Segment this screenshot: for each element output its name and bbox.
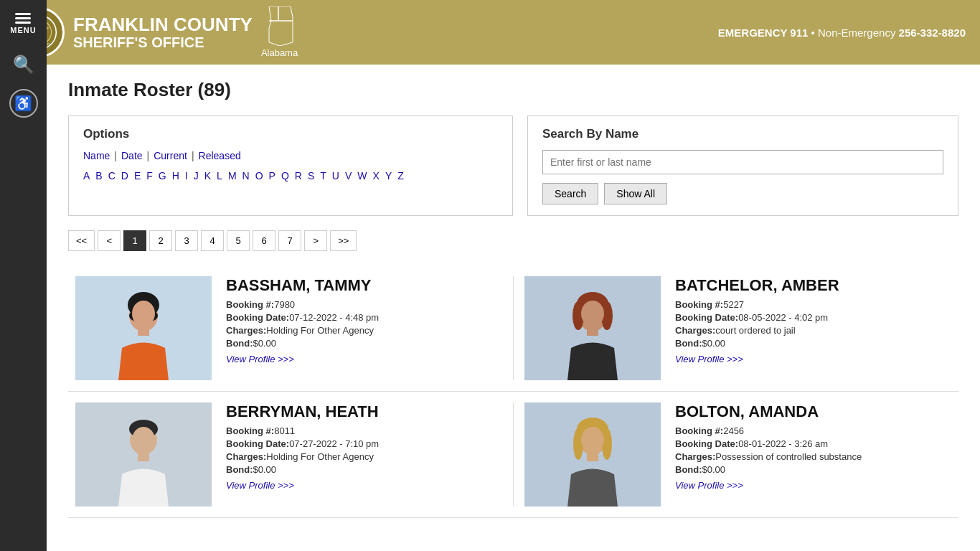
alpha-link-s[interactable]: S xyxy=(308,170,314,182)
alpha-link-w[interactable]: W xyxy=(357,170,367,182)
alpha-link-t[interactable]: T xyxy=(320,170,326,182)
booking-num: Booking #:7980 xyxy=(226,299,502,310)
search-by-name-box: Search By Name Search Show All xyxy=(527,116,958,216)
alpha-link-z[interactable]: Z xyxy=(397,170,404,182)
main-content: Inmate Roster (89) Options Name | Date |… xyxy=(47,65,980,532)
booking-date: Booking Date:08-01-2022 - 3:26 am xyxy=(675,438,951,449)
alpha-link-u[interactable]: U xyxy=(332,170,339,182)
opt-name-link[interactable]: Name xyxy=(83,150,110,161)
inmate-name: BOLTON, AMANDA xyxy=(675,402,951,421)
charges: Charges:court ordered to jail xyxy=(675,325,951,336)
alpha-link-o[interactable]: O xyxy=(255,170,263,182)
office-name-line2: SHERIFF'S OFFICE xyxy=(73,34,253,50)
view-profile-bassham[interactable]: View Profile >>> xyxy=(226,354,294,364)
alpha-link-c[interactable]: C xyxy=(108,170,116,182)
booking-num: Booking #:2456 xyxy=(675,425,951,436)
alpha-link-d[interactable]: D xyxy=(121,170,128,182)
svg-point-11 xyxy=(132,301,155,326)
svg-rect-24 xyxy=(138,451,149,461)
alpha-link-q[interactable]: Q xyxy=(281,170,289,182)
emergency-label: EMERGENCY 911 xyxy=(718,27,809,39)
search-heading: Search By Name xyxy=(542,127,943,141)
alpha-link-i[interactable]: I xyxy=(185,170,188,182)
page-4-button[interactable]: 4 xyxy=(201,230,224,251)
search-button[interactable]: Search xyxy=(542,183,598,204)
page-6-button[interactable]: 6 xyxy=(253,230,275,251)
alpha-link-r[interactable]: R xyxy=(295,170,302,182)
first-page-button[interactable]: << xyxy=(68,230,95,251)
svg-point-18 xyxy=(581,301,604,326)
inmate-card-berryman: BERRYMAN, HEATH Booking #:8011 Booking D… xyxy=(68,402,509,507)
page-3-button[interactable]: 3 xyxy=(175,230,198,251)
state-label: Alabama xyxy=(261,47,298,58)
inmate-photo-bassham xyxy=(75,276,212,380)
inmate-name: BATCHELOR, AMBER xyxy=(675,276,951,295)
menu-button[interactable]: MENU xyxy=(4,7,42,40)
options-area: Options Name | Date | Current | Released… xyxy=(68,116,958,216)
office-name-line1: FRANKLIN COUNTY xyxy=(73,14,253,35)
inmate-photo-bolton xyxy=(524,402,661,507)
header-tab xyxy=(296,29,324,36)
header-left: FRANKLIN CO FRANKLIN COUNTY SHERIFF'S OF… xyxy=(14,6,324,58)
inmate-name: BASSHAM, TAMMY xyxy=(226,276,502,295)
page-7-button[interactable]: 7 xyxy=(278,230,301,251)
svg-rect-31 xyxy=(587,451,598,461)
opt-released-link[interactable]: Released xyxy=(199,150,241,161)
bond: Bond:$0.00 xyxy=(226,338,502,349)
alabama-badge: Alabama xyxy=(261,6,298,58)
alpha-link-b[interactable]: B xyxy=(95,170,102,182)
accessibility-icon[interactable]: ♿ xyxy=(9,89,38,118)
alpha-link-n[interactable]: N xyxy=(242,170,250,182)
view-profile-bolton[interactable]: View Profile >>> xyxy=(675,480,743,491)
search-icon[interactable]: 🔍 xyxy=(6,47,42,82)
view-profile-batchelor[interactable]: View Profile >>> xyxy=(675,354,743,364)
alpha-link-p[interactable]: P xyxy=(269,170,275,182)
alpha-link-j[interactable]: J xyxy=(194,170,199,182)
booking-date: Booking Date:07-12-2022 - 4:48 pm xyxy=(226,312,502,323)
alpha-link-k[interactable]: K xyxy=(204,170,211,182)
inmate-photo-berryman xyxy=(75,402,212,507)
alpha-link-l[interactable]: L xyxy=(217,170,222,182)
last-page-button[interactable]: >> xyxy=(330,230,357,251)
alpha-link-y[interactable]: Y xyxy=(385,170,392,182)
booking-num: Booking #:8011 xyxy=(226,425,502,436)
search-input[interactable] xyxy=(542,150,943,174)
inmate-photo-batchelor xyxy=(524,276,661,380)
pagination: << < 1 2 3 4 5 6 7 > >> xyxy=(68,230,958,251)
alpha-link-x[interactable]: X xyxy=(373,170,380,182)
site-header: FRANKLIN CO FRANKLIN COUNTY SHERIFF'S OF… xyxy=(0,0,980,65)
charges: Charges:Holding For Other Agency xyxy=(226,325,502,336)
non-emergency-number: 256-332-8820 xyxy=(899,27,966,39)
page-1-button[interactable]: 1 xyxy=(123,230,146,251)
booking-num: Booking #:5227 xyxy=(675,299,951,310)
alpha-link-m[interactable]: M xyxy=(228,170,237,182)
view-profile-berryman[interactable]: View Profile >>> xyxy=(226,480,294,491)
svg-point-29 xyxy=(602,428,612,460)
alpha-link-a[interactable]: A xyxy=(83,170,90,182)
inmate-card-bolton: BOLTON, AMANDA Booking #:2456 Booking Da… xyxy=(517,402,958,507)
page-5-button[interactable]: 5 xyxy=(227,230,250,251)
card-divider xyxy=(513,276,514,380)
bond: Bond:$0.00 xyxy=(675,338,951,349)
inmate-name: BERRYMAN, HEATH xyxy=(226,402,502,421)
inmate-info-bassham: BASSHAM, TAMMY Booking #:7980 Booking Da… xyxy=(226,276,502,380)
alpha-link-h[interactable]: H xyxy=(172,170,179,182)
prev-page-button[interactable]: < xyxy=(98,230,121,251)
charges: Charges:Possession of controlled substan… xyxy=(675,451,951,462)
show-all-button[interactable]: Show All xyxy=(604,183,667,204)
page-2-button[interactable]: 2 xyxy=(149,230,172,251)
inmate-info-batchelor: BATCHELOR, AMBER Booking #:5227 Booking … xyxy=(675,276,951,380)
opt-current-link[interactable]: Current xyxy=(154,150,187,161)
svg-marker-4 xyxy=(269,6,293,46)
bond: Bond:$0.00 xyxy=(675,464,951,475)
alpha-link-e[interactable]: E xyxy=(134,170,141,182)
alpha-link-g[interactable]: G xyxy=(159,170,166,182)
next-page-button[interactable]: > xyxy=(304,230,327,251)
opt-date-link[interactable]: Date xyxy=(121,150,143,161)
inmate-row: BASSHAM, TAMMY Booking #:7980 Booking Da… xyxy=(68,265,958,392)
alpha-link-f[interactable]: F xyxy=(146,170,153,182)
inmate-row: BERRYMAN, HEATH Booking #:8011 Booking D… xyxy=(68,392,958,518)
inmate-card-bassham: BASSHAM, TAMMY Booking #:7980 Booking Da… xyxy=(68,276,509,380)
charges: Charges:Holding For Other Agency xyxy=(226,451,502,462)
alpha-link-v[interactable]: V xyxy=(345,170,352,182)
